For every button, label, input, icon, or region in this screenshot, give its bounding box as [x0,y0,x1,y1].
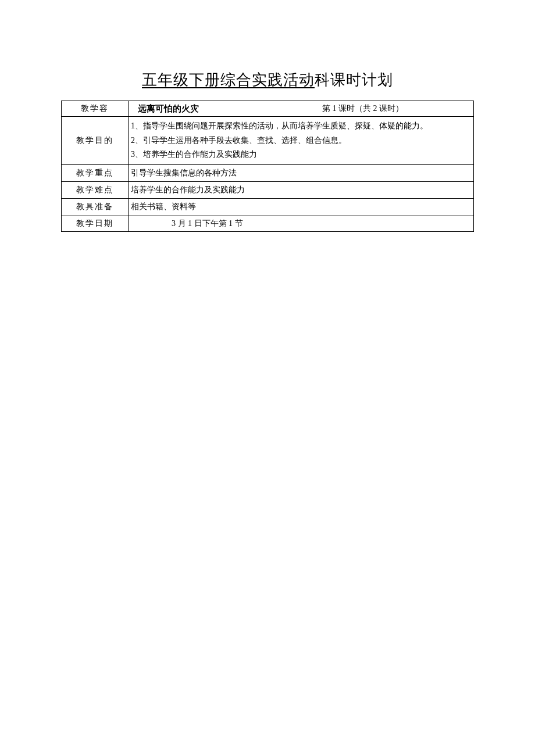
page-title: 五年级下册综合实践活动科课时计划 [0,70,535,90]
objectives-cell: 1、指导学生围绕问题开展探索性的活动，从而培养学生质疑、探疑、体疑的能力。 2、… [129,117,474,165]
objective-line-2: 2、引导学生运用各种手段去收集、查找、选择、组合信息。 [131,134,471,148]
materials-label: 教具准备 [62,199,129,216]
lesson-info: 第 1 课时（共 2 课时） [322,103,404,114]
difficulty-value: 培养学生的合作能力及实践能力 [129,181,474,198]
objective-label: 教学目的 [62,117,129,165]
focus-label: 教学重点 [62,164,129,181]
topic-name: 远离可怕的火灾 [138,103,199,114]
title-underlined: 五年级下册综合实践活动 [142,71,315,88]
content-label: 教学容 [62,101,129,117]
table-row: 教学难点 培养学生的合作能力及实践能力 [62,181,474,198]
table-row: 教学容 远离可怕的火灾 第 1 课时（共 2 课时） [62,101,474,117]
date-label: 教学日期 [62,216,129,231]
table-row: 教学目的 1、指导学生围绕问题开展探索性的活动，从而培养学生质疑、探疑、体疑的能… [62,117,474,165]
date-value: 3 月 1 日下午第 1 节 [172,218,243,229]
topic-cell: 远离可怕的火灾 第 1 课时（共 2 课时） [129,101,474,117]
focus-value: 引导学生搜集信息的各种方法 [129,164,474,181]
table-row: 教学日期 3 月 1 日下午第 1 节 [62,216,474,231]
lesson-plan-table: 教学容 远离可怕的火灾 第 1 课时（共 2 课时） 教学目的 1、指导学生围绕… [61,101,474,232]
objective-line-1: 1、指导学生围绕问题开展探索性的活动，从而培养学生质疑、探疑、体疑的能力。 [131,119,471,134]
difficulty-label: 教学难点 [62,181,129,198]
table-row: 教学重点 引导学生搜集信息的各种方法 [62,164,474,181]
table-row: 教具准备 相关书籍、资料等 [62,199,474,216]
objective-line-3: 3、培养学生的合作能力及实践能力 [131,148,471,162]
title-rest: 科课时计划 [315,71,393,88]
date-cell: 3 月 1 日下午第 1 节 [129,216,474,231]
materials-value: 相关书籍、资料等 [129,199,474,216]
